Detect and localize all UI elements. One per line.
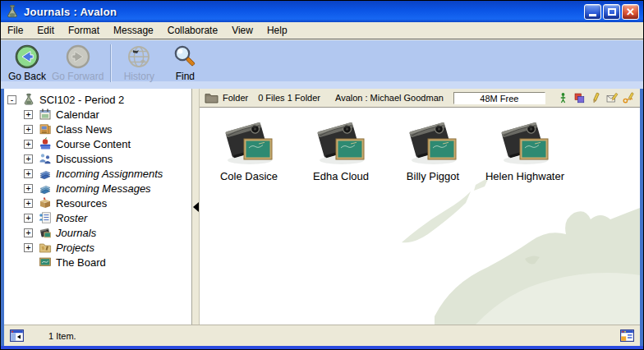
expand-plus-icon[interactable]: + <box>24 169 33 178</box>
tree-item-journals[interactable]: +Journals <box>4 225 191 240</box>
flask-icon <box>22 93 35 106</box>
expand-plus-icon[interactable]: + <box>24 110 33 119</box>
maximize-button[interactable] <box>603 4 620 20</box>
roster-icon <box>39 211 52 224</box>
forward-icon <box>65 44 91 70</box>
tree-item-discussions[interactable]: +Discussions <box>4 151 191 166</box>
tree-item-label: SCI102 - Period 2 <box>39 94 124 106</box>
collapse-expander-icon[interactable]: - <box>7 95 16 104</box>
toolbar-button-go-forward: Go Forward <box>50 43 105 83</box>
tree-panel: -SCI102 - Period 2+Calendar+Class News+C… <box>4 89 192 325</box>
toolbar: Go BackGo ForwardHistoryFind <box>1 40 643 89</box>
expand-plus-icon[interactable]: + <box>24 125 33 134</box>
journal-book-icon <box>222 119 276 167</box>
window-controls: ✕ <box>582 4 639 20</box>
layers-icon[interactable] <box>573 92 586 104</box>
back-icon <box>14 44 40 70</box>
compose-icon[interactable] <box>606 92 619 104</box>
tree-item-label: Class News <box>56 123 113 136</box>
collapse-arrow-icon[interactable] <box>193 202 199 212</box>
tree-item-incoming-assignments[interactable]: +Incoming Assignments <box>4 166 191 181</box>
toolbar-separator <box>110 44 111 82</box>
menu-bar: FileEditFormatMessageCollaborateViewHelp <box>1 22 643 39</box>
content-panel: Folder 0 Files 1 Folder Avalon : Michael… <box>200 89 640 325</box>
news-icon <box>39 122 52 136</box>
minimize-button[interactable] <box>584 4 601 20</box>
main-area: -SCI102 - Period 2+Calendar+Class News+C… <box>4 89 640 325</box>
journal-list: Cole DasiceEdha CloudBilly PiggotHelen H… <box>208 119 566 182</box>
close-button[interactable]: ✕ <box>622 4 639 20</box>
expand-plus-icon[interactable]: + <box>24 140 33 149</box>
window-title: Journals : Avalon <box>24 6 117 18</box>
tree-item-calendar[interactable]: +Calendar <box>4 107 191 122</box>
window-frame-bottom <box>1 346 643 349</box>
menu-item-message[interactable]: Message <box>113 25 154 36</box>
journal-item-cole-dasice[interactable]: Cole Dasice <box>208 119 290 182</box>
menu-item-help[interactable]: Help <box>267 25 288 36</box>
toolbar-button-label: History <box>124 71 154 82</box>
folder-canvas: Cole DasiceEdha CloudBilly PiggotHelen H… <box>200 108 640 325</box>
menu-item-collaborate[interactable]: Collaborate <box>168 25 218 36</box>
app-window: Journals : Avalon ✕ FileEditFormatMessag… <box>0 0 644 350</box>
tree-item-label: Roster <box>56 212 87 224</box>
toolbar-button-find[interactable]: Find <box>162 43 208 83</box>
tree-item-label: Incoming Messages <box>56 182 151 195</box>
menu-item-view[interactable]: View <box>232 25 253 36</box>
tree-item-label: The Board <box>56 256 106 269</box>
expand-plus-icon[interactable]: + <box>24 199 33 208</box>
panel-splitter[interactable] <box>192 89 200 325</box>
menu-item-file[interactable]: File <box>7 25 23 36</box>
key-icon[interactable] <box>623 92 635 104</box>
pencil-icon[interactable] <box>590 92 602 104</box>
folder-info-bar: Folder 0 Files 1 Folder Avalon : Michael… <box>200 89 640 108</box>
person-icon[interactable] <box>557 92 569 104</box>
tree-item-label: Journals <box>56 227 96 239</box>
tree-item-label: Calendar <box>56 108 99 121</box>
map-watermark <box>377 160 640 325</box>
find-icon <box>172 44 198 70</box>
discussions-icon <box>39 152 52 165</box>
folder-type-label: Folder <box>223 93 248 103</box>
expand-plus-icon[interactable]: + <box>24 214 33 223</box>
layout-toggle-icon[interactable] <box>620 329 634 342</box>
tree-item-label: Discussions <box>56 153 113 165</box>
tree-item-class-news[interactable]: +Class News <box>4 122 191 136</box>
toolbar-button-label: Go Forward <box>52 71 104 82</box>
window-frame-left <box>1 89 4 349</box>
journal-item-label: Cole Dasice <box>220 170 278 182</box>
status-text: 1 Item. <box>48 331 76 341</box>
infobar-icons <box>557 92 635 104</box>
incoming-assignments-icon <box>39 167 52 180</box>
journal-item-billy-piggot[interactable]: Billy Piggot <box>392 119 474 182</box>
menu-item-format[interactable]: Format <box>68 25 99 36</box>
tree-item-roster[interactable]: +Roster <box>4 210 191 225</box>
status-bar: 1 Item. <box>4 325 640 346</box>
tree-item-course-content[interactable]: +Course Content <box>4 136 191 151</box>
board-icon <box>39 256 52 269</box>
tree-item-resources[interactable]: +Resources <box>4 196 191 210</box>
free-space-indicator: 48M Free <box>453 92 545 104</box>
journal-item-helen-highwater[interactable]: Helen Highwater <box>484 119 566 182</box>
expand-plus-icon[interactable]: + <box>24 243 33 252</box>
journal-item-label: Billy Piggot <box>407 170 459 182</box>
expand-plus-icon[interactable]: + <box>24 184 33 193</box>
tree-item-label: Resources <box>56 197 107 210</box>
course-content-icon <box>39 137 52 150</box>
toolbar-button-label: Find <box>176 71 195 82</box>
history-icon <box>126 44 152 70</box>
toolbar-button-go-back[interactable]: Go Back <box>4 43 50 83</box>
collapse-left-panel-icon[interactable] <box>10 329 24 342</box>
tree-item-projects[interactable]: +Projects <box>4 240 191 255</box>
folder-counts: 0 Files 1 Folder <box>258 93 320 103</box>
tree-item-incoming-messages[interactable]: +Incoming Messages <box>4 181 191 196</box>
tree-item-the-board[interactable]: The Board <box>4 255 191 269</box>
journals-icon <box>39 226 52 239</box>
menu-item-edit[interactable]: Edit <box>37 25 54 36</box>
title-bar: Journals : Avalon ✕ <box>1 1 643 22</box>
tree-item-sci102-period-2[interactable]: -SCI102 - Period 2 <box>4 92 191 107</box>
expand-plus-icon[interactable]: + <box>24 154 33 163</box>
expand-plus-icon[interactable]: + <box>24 228 33 237</box>
journal-item-edha-cloud[interactable]: Edha Cloud <box>300 119 382 182</box>
toolbar-button-history: History <box>116 43 162 83</box>
tree-item-label: Incoming Assignments <box>56 168 163 180</box>
